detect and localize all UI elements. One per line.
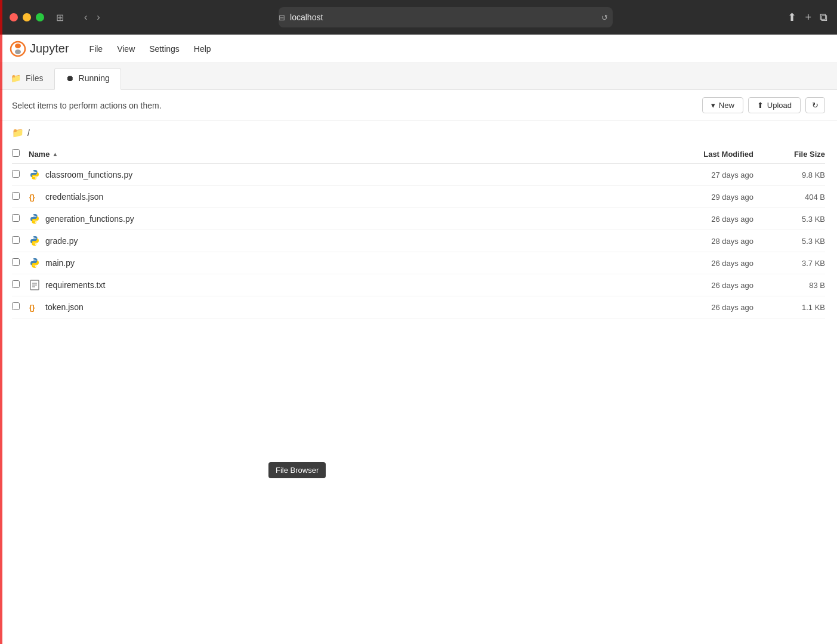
file-size-3: 5.3 KB xyxy=(765,237,825,246)
file-size-6: 1.1 KB xyxy=(765,303,825,312)
new-button-label: New xyxy=(719,101,734,110)
menu-items: File View Settings Help xyxy=(84,42,217,56)
tab-files[interactable]: 📁 Files xyxy=(0,68,54,90)
table-row[interactable]: grade.py 28 days ago 5.3 KB xyxy=(12,230,825,252)
sidebar-toggle-button[interactable]: ⊞ xyxy=(51,10,69,26)
tooltip-container: File Browser xyxy=(268,462,326,478)
file-modified-3: 28 days ago xyxy=(676,237,765,246)
file-modified-4: 26 days ago xyxy=(676,259,765,268)
file-name-6: token.json xyxy=(45,302,84,312)
menu-view[interactable]: View xyxy=(111,42,141,56)
file-checkbox-0[interactable] xyxy=(12,170,20,178)
file-name-4: main.py xyxy=(45,258,75,268)
file-modified-0: 27 days ago xyxy=(676,171,765,179)
menu-bar: Jupyter File View Settings Help xyxy=(0,35,837,63)
share-button[interactable]: ⬆ xyxy=(787,11,796,24)
header-modified[interactable]: Last Modified xyxy=(676,150,765,159)
svg-point-1 xyxy=(15,44,21,48)
upload-button-label: Upload xyxy=(767,101,792,110)
svg-text:{}: {} xyxy=(29,193,35,202)
svg-text:{}: {} xyxy=(29,304,35,312)
address-bar-icon: ⊟ xyxy=(279,13,285,22)
file-name-2: generation_functions.py xyxy=(45,214,134,224)
browser-chrome: ⊞ ‹ › ⊟ localhost ↺ ⬆ + ⧉ xyxy=(0,0,837,35)
url-text: localhost xyxy=(290,13,323,22)
python-file-icon-4 xyxy=(29,257,41,269)
maximize-button[interactable] xyxy=(36,13,44,21)
file-size-0: 9.8 KB xyxy=(765,171,825,179)
menu-settings[interactable]: Settings xyxy=(143,42,186,56)
breadcrumb: 📁 / xyxy=(0,121,837,144)
new-button[interactable]: ▾ New xyxy=(702,97,743,113)
file-checkbox-2[interactable] xyxy=(12,214,20,222)
file-modified-6: 26 days ago xyxy=(676,303,765,312)
reload-icon[interactable]: ↺ xyxy=(601,13,608,22)
app-content: 📁 Files ⏺ Running Select items to perfor… xyxy=(0,63,837,644)
tab-files-label: Files xyxy=(26,73,44,83)
refresh-icon: ↻ xyxy=(812,101,819,110)
breadcrumb-path: / xyxy=(27,128,30,138)
json-file-icon: {} xyxy=(29,191,41,203)
file-browser-tooltip: File Browser xyxy=(268,462,326,478)
file-checkbox-6[interactable] xyxy=(12,302,20,310)
table-row[interactable]: {} token.json 26 days ago 1.1 KB xyxy=(12,296,825,318)
python-file-icon xyxy=(29,169,41,181)
file-name-5: requirements.txt xyxy=(45,280,105,290)
file-checkbox-4[interactable] xyxy=(12,258,20,266)
files-tab-icon: 📁 xyxy=(11,73,21,83)
toolbar-hint: Select items to perform actions on them. xyxy=(12,101,162,110)
header-name[interactable]: Name ▲ xyxy=(29,150,676,159)
file-modified-2: 26 days ago xyxy=(676,215,765,224)
file-checkbox-5[interactable] xyxy=(12,280,20,288)
file-size-2: 5.3 KB xyxy=(765,215,825,224)
table-row[interactable]: classroom_functions.py 27 days ago 9.8 K… xyxy=(12,164,825,186)
new-button-arrow: ▾ xyxy=(711,101,715,110)
toolbar: Select items to perform actions on them.… xyxy=(0,90,837,121)
jupyter-logo-icon xyxy=(10,41,26,57)
header-check xyxy=(12,149,29,159)
jupyter-logo-text: Jupyter xyxy=(30,42,69,55)
running-tab-icon: ⏺ xyxy=(66,73,74,83)
table-row[interactable]: {} credentials.json 29 days ago 404 B xyxy=(12,186,825,208)
python-file-icon-2 xyxy=(29,213,41,225)
upload-button[interactable]: ⬆ Upload xyxy=(748,97,801,113)
header-size[interactable]: File Size xyxy=(765,150,825,159)
json-file-icon-2: {} xyxy=(29,301,41,313)
tabs-button[interactable]: ⧉ xyxy=(820,11,827,24)
svg-point-2 xyxy=(15,49,21,54)
table-row[interactable]: requirements.txt 26 days ago 83 B xyxy=(12,274,825,296)
file-name-0: classroom_functions.py xyxy=(45,170,132,179)
tabs-bar: 📁 Files ⏺ Running xyxy=(0,63,837,90)
address-bar-container: ⊟ localhost ↺ xyxy=(111,7,781,27)
back-button[interactable]: ‹ xyxy=(81,10,91,25)
tab-running[interactable]: ⏺ Running xyxy=(54,68,121,90)
file-list: Name ▲ Last Modified File Size classroom… xyxy=(0,144,837,644)
left-border xyxy=(0,0,2,644)
browser-actions: ⬆ + ⧉ xyxy=(787,11,827,24)
new-tab-button[interactable]: + xyxy=(805,11,811,24)
upload-icon: ⬆ xyxy=(757,101,764,110)
address-bar[interactable]: ⊟ localhost ↺ xyxy=(279,7,613,27)
jupyter-logo: Jupyter xyxy=(10,41,69,57)
txt-file-icon xyxy=(29,279,41,291)
forward-button[interactable]: › xyxy=(93,10,103,25)
browser-controls: ‹ › xyxy=(81,10,104,25)
file-checkbox-1[interactable] xyxy=(12,192,20,200)
header-name-label: Name xyxy=(29,150,50,159)
file-size-4: 3.7 KB xyxy=(765,259,825,268)
select-all-checkbox[interactable] xyxy=(12,149,20,157)
file-checkbox-3[interactable] xyxy=(12,236,20,244)
sort-arrow-icon: ▲ xyxy=(52,151,58,157)
menu-file[interactable]: File xyxy=(84,42,109,56)
close-button[interactable] xyxy=(10,13,18,21)
file-size-5: 83 B xyxy=(765,281,825,290)
minimize-button[interactable] xyxy=(23,13,31,21)
file-modified-5: 26 days ago xyxy=(676,281,765,290)
menu-help[interactable]: Help xyxy=(188,42,217,56)
file-name-3: grade.py xyxy=(45,236,78,246)
refresh-button[interactable]: ↻ xyxy=(805,97,825,113)
file-modified-1: 29 days ago xyxy=(676,193,765,202)
table-row[interactable]: generation_functions.py 26 days ago 5.3 … xyxy=(12,208,825,230)
table-row[interactable]: main.py 26 days ago 3.7 KB xyxy=(12,252,825,274)
traffic-lights xyxy=(10,13,44,21)
